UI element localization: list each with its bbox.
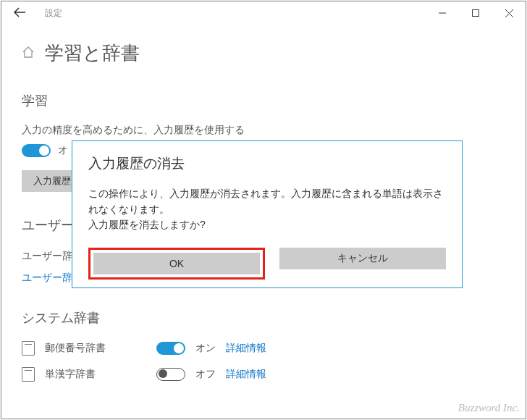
dict-row: 郵便番号辞書 オン 詳細情報 [22,341,505,356]
learning-toggle[interactable] [22,144,51,157]
confirm-dialog: 入力履歴の消去 この操作により、入力履歴が消去されます。入力履歴に含まれる単語は… [72,140,463,288]
learning-toggle-label: オ [58,144,68,157]
dict-detail-link[interactable]: 詳細情報 [226,342,266,355]
window-title: 設定 [45,7,62,20]
minimize-button[interactable] [426,1,459,25]
ok-button[interactable]: OK [93,253,260,274]
dialog-body-line: この操作により、入力履歴が消去されます。入力履歴に含まれる単語は表示されなくなり… [88,186,446,217]
dict-toggle[interactable] [156,342,185,355]
close-button[interactable] [492,1,526,25]
learning-heading: 学習 [22,92,505,109]
dialog-body: この操作により、入力履歴が消去されます。入力履歴に含まれる単語は表示されなくなり… [88,186,446,233]
dialog-buttons: OK キャンセル [88,248,446,280]
dict-detail-link[interactable]: 詳細情報 [226,368,266,381]
titlebar-left: 設定 [7,3,62,24]
dictionary-icon [22,367,35,382]
system-dict-heading: システム辞書 [22,309,505,327]
titlebar: 設定 [1,1,526,25]
settings-window: 設定 学習と辞書 学習 入力の精度を高めるために、入力履歴を使用する [1,1,526,419]
dict-toggle[interactable] [156,368,185,381]
dict-name: 単漢字辞書 [45,368,146,381]
svg-rect-1 [473,10,479,17]
dict-toggle-label: オフ [195,368,216,381]
page-title: 学習と辞書 [45,41,140,66]
dict-name: 郵便番号辞書 [45,342,146,355]
window-controls [426,1,526,25]
back-button[interactable] [7,3,32,24]
learning-desc: 入力の精度を高めるために、入力履歴を使用する [22,124,505,137]
dialog-title: 入力履歴の消去 [88,154,446,173]
system-dict-section: システム辞書 郵便番号辞書 オン 詳細情報 単漢字辞書 オフ 詳細情報 [22,309,505,382]
dict-toggle-label: オン [195,342,216,355]
maximize-button[interactable] [459,1,492,25]
home-icon[interactable] [22,46,35,62]
ok-highlight: OK [88,248,265,280]
page-header: 学習と辞書 [22,41,505,66]
dict-row: 単漢字辞書 オフ 詳細情報 [22,367,505,382]
cancel-button[interactable]: キャンセル [279,248,446,269]
dictionary-icon [22,341,35,356]
watermark: Buzzword Inc. [458,402,520,414]
dialog-body-line: 入力履歴を消去しますか? [88,217,446,233]
